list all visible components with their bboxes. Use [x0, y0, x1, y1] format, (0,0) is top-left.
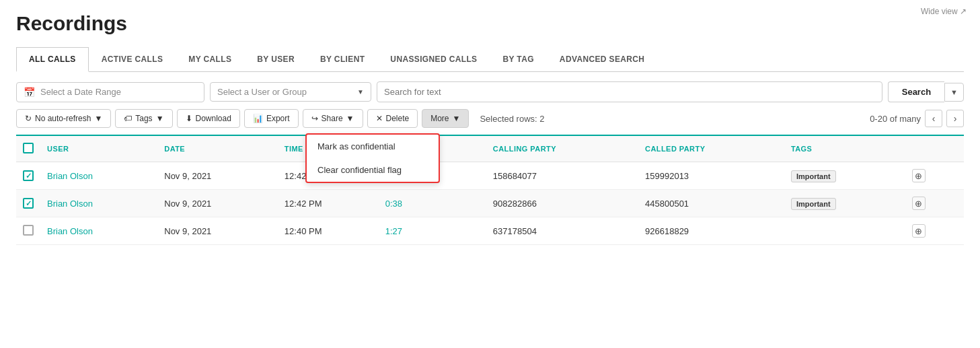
cell-duration: 0:38 — [379, 190, 486, 217]
table-row: Brian OlsonNov 9, 202112:42 PM0:28158684… — [16, 162, 964, 190]
delete-button[interactable]: ✕ Delete — [367, 109, 418, 128]
no-auto-refresh-button[interactable]: ↻ No auto-refresh ▼ — [16, 109, 111, 128]
add-tag-button[interactable]: ⊕ — [912, 224, 926, 238]
cell-user: Brian Olson — [40, 217, 157, 245]
page-title: Recordings — [16, 12, 964, 35]
cell-called-party: 445800501 — [638, 190, 784, 217]
cell-calling-party: 637178504 — [486, 217, 638, 245]
add-tag-button[interactable]: ⊕ — [912, 169, 926, 182]
tags-button[interactable]: 🏷 Tags ▼ — [115, 109, 172, 128]
cell-duration: 1:27 — [379, 217, 486, 245]
tag-badge: Important — [791, 170, 836, 182]
cell-row-action: ⊕ — [900, 162, 964, 190]
cell-user: Brian Olson — [40, 162, 157, 190]
download-icon: ⬇ — [186, 114, 192, 123]
recordings-table: USER DATE TIME DURATION CALLING PARTY CA… — [16, 136, 964, 245]
chevron-down-icon: ▼ — [156, 114, 164, 123]
refresh-icon: ↻ — [25, 114, 32, 123]
pagination-info: 0-20 of many ‹ › — [870, 110, 964, 127]
tab-all-calls[interactable]: ALL CALLS — [16, 47, 89, 72]
date-range-label: Select a Date Range — [40, 87, 121, 97]
chevron-down-icon: ▼ — [453, 114, 461, 123]
search-input[interactable] — [377, 81, 882, 102]
recordings-table-container: USER DATE TIME DURATION CALLING PARTY CA… — [16, 135, 964, 245]
search-button[interactable]: Search — [888, 81, 944, 102]
chevron-down-icon: ▼ — [94, 114, 102, 123]
cell-time: 12:42 PM — [278, 190, 379, 217]
pagination-label: 0-20 of many — [870, 114, 921, 124]
tab-my-calls[interactable]: MY CALLS — [176, 47, 244, 72]
cell-date: Nov 9, 2021 — [157, 162, 278, 190]
tag-icon: 🏷 — [124, 114, 132, 123]
clear-confidential-item[interactable]: Clear confidential flag — [307, 158, 439, 182]
more-dropdown: Mark as confidential Clear confidential … — [305, 133, 440, 183]
row-checkbox[interactable] — [23, 170, 34, 181]
col-user: USER — [40, 136, 157, 162]
action-row: ↻ No auto-refresh ▼ 🏷 Tags ▼ ⬇ Download … — [16, 109, 964, 128]
add-tag-button[interactable]: ⊕ — [912, 197, 926, 210]
search-caret-button[interactable]: ▼ — [944, 83, 964, 102]
more-button[interactable]: More ▼ — [422, 109, 469, 128]
cell-row-action: ⊕ — [900, 190, 964, 217]
col-actions — [900, 136, 964, 162]
row-checkbox[interactable] — [23, 225, 34, 236]
tab-active-calls[interactable]: ACTIVE CALLS — [89, 47, 176, 72]
tab-by-client[interactable]: BY CLIENT — [307, 47, 377, 72]
table-row: Brian OlsonNov 9, 202112:40 PM1:27637178… — [16, 217, 964, 245]
col-tags: TAGS — [784, 136, 900, 162]
tab-by-user[interactable]: BY USER — [244, 47, 307, 72]
cell-user: Brian Olson — [40, 190, 157, 217]
table-row: Brian OlsonNov 9, 202112:42 PM0:38908282… — [16, 190, 964, 217]
tab-by-tag[interactable]: BY TAG — [490, 47, 546, 72]
cell-called-party: 159992013 — [638, 162, 784, 190]
export-icon: 📊 — [253, 114, 263, 123]
next-page-button[interactable]: › — [946, 110, 964, 127]
col-date: DATE — [157, 136, 278, 162]
selected-rows-label: Selected rows: 2 — [480, 114, 544, 124]
share-icon: ↪ — [311, 114, 318, 123]
share-button[interactable]: ↪ Share ▼ — [303, 109, 363, 128]
mark-confidential-item[interactable]: Mark as confidential — [307, 135, 439, 158]
search-button-group: Search ▼ — [888, 81, 964, 102]
date-range-picker[interactable]: 📅 Select a Date Range — [16, 82, 204, 102]
prev-page-button[interactable]: ‹ — [925, 110, 942, 127]
cell-called-party: 926618829 — [638, 217, 784, 245]
col-calling-party: CALLING PARTY — [486, 136, 638, 162]
cell-date: Nov 9, 2021 — [157, 190, 278, 217]
row-checkbox[interactable] — [23, 198, 34, 209]
cell-calling-party: 908282866 — [486, 190, 638, 217]
cell-tags: Important — [784, 162, 900, 190]
cell-tags: Important — [784, 190, 900, 217]
cell-time: 12:40 PM — [278, 217, 379, 245]
tab-advanced-search[interactable]: ADVANCED SEARCH — [547, 47, 658, 72]
calendar-icon: 📅 — [24, 87, 35, 98]
cell-calling-party: 158684077 — [486, 162, 638, 190]
tab-bar: ALL CALLS ACTIVE CALLS MY CALLS BY USER … — [16, 47, 964, 72]
tag-badge: Important — [791, 198, 836, 210]
chevron-down-icon: ▼ — [346, 114, 354, 123]
user-group-picker[interactable]: Select a User or Group ▼ — [210, 82, 371, 102]
wide-view-button[interactable]: Wide view ↗ — [921, 7, 967, 16]
select-all-checkbox[interactable] — [23, 143, 34, 153]
tab-unassigned-calls[interactable]: UNASSIGNED CALLS — [377, 47, 490, 72]
export-button[interactable]: 📊 Export — [244, 109, 299, 128]
chevron-down-icon: ▼ — [357, 88, 364, 96]
filter-row: 📅 Select a Date Range Select a User or G… — [16, 81, 964, 102]
cell-date: Nov 9, 2021 — [157, 217, 278, 245]
cell-tags — [784, 217, 900, 245]
col-called-party: CALLED PARTY — [638, 136, 784, 162]
user-group-label: Select a User or Group — [217, 87, 307, 97]
delete-icon: ✕ — [376, 114, 383, 123]
cell-row-action: ⊕ — [900, 217, 964, 245]
download-button[interactable]: ⬇ Download — [177, 109, 240, 128]
